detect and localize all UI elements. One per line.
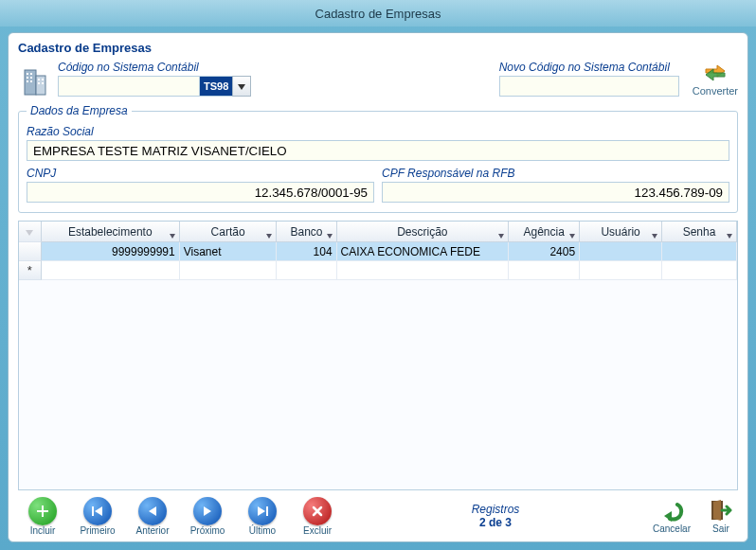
cell-senha[interactable] [662, 242, 737, 261]
cell-agencia[interactable]: 2405 [509, 242, 580, 261]
excluir-button[interactable]: Excluir [297, 497, 338, 536]
anterior-button[interactable]: Anterior [132, 497, 173, 536]
converter-label: Converter [693, 85, 738, 97]
svg-marker-25 [258, 506, 265, 516]
cell-empty[interactable] [580, 261, 662, 280]
cell-empty[interactable] [180, 261, 278, 280]
bottom-bar: Incluir Primeiro Anterior [16, 490, 740, 538]
col-header-senha[interactable]: Senha [662, 222, 737, 242]
previous-icon [138, 497, 167, 525]
sort-icon [652, 229, 657, 242]
codigo-label: Código no Sistema Contábil [58, 61, 251, 74]
col-header-agencia[interactable]: Agência [509, 222, 580, 242]
cnpj-cpf-row: CNPJ CPF Responsável na RFB [27, 167, 729, 203]
client-area: Cadastro de Empresas Código no Sistema C… [8, 32, 748, 542]
svg-marker-27 [664, 511, 672, 522]
dados-fieldset: Dados da Empresa Razão Social CNPJ CPF R… [18, 104, 738, 213]
svg-marker-18 [569, 234, 575, 239]
registros-display: Registros 2 de 3 [338, 503, 653, 529]
sair-button[interactable]: Sair [708, 499, 734, 534]
col-header-estabelecimento[interactable]: Estabelecimento [42, 222, 180, 242]
svg-marker-16 [327, 234, 333, 239]
converter-button[interactable]: Converter [693, 62, 738, 97]
cell-empty[interactable] [662, 261, 737, 280]
col-header-cartao[interactable]: Cartão [180, 222, 278, 242]
triangle-down-icon [26, 225, 33, 239]
razao-label: Razão Social [27, 125, 729, 138]
novo-codigo-input[interactable] [499, 76, 679, 97]
svg-marker-12 [238, 84, 245, 90]
cell-empty[interactable] [42, 261, 180, 280]
sort-icon [498, 229, 504, 242]
col-header-label: Senha [683, 225, 716, 239]
next-icon [193, 497, 222, 525]
cell-empty[interactable] [337, 261, 510, 280]
svg-rect-4 [27, 77, 28, 79]
svg-rect-26 [266, 506, 268, 516]
codigo-badge: TS98 [200, 76, 232, 97]
grid-corner-cell[interactable] [19, 222, 42, 242]
primeiro-button[interactable]: Primeiro [77, 497, 118, 536]
cpf-input[interactable] [382, 182, 729, 203]
table-new-row[interactable]: * [19, 261, 737, 280]
svg-marker-24 [204, 506, 211, 516]
window-titlebar: Cadastro de Empresas [0, 0, 756, 27]
chevron-down-icon [238, 80, 245, 93]
last-icon [248, 497, 277, 525]
cancelar-button[interactable]: Cancelar [653, 499, 691, 534]
converter-arrows-icon [703, 62, 728, 85]
col-header-label: Usuário [601, 225, 639, 239]
ultimo-button[interactable]: Último [242, 497, 283, 536]
registros-count: 2 de 3 [338, 516, 653, 529]
cpf-col: CPF Responsável na RFB [382, 167, 729, 203]
col-header-banco[interactable]: Banco [277, 222, 336, 242]
sort-icon [327, 229, 333, 242]
nav-label: Próximo [190, 525, 225, 536]
cell-estabelecimento[interactable]: 9999999991 [42, 242, 180, 261]
col-header-usuario[interactable]: Usuário [580, 222, 662, 242]
svg-marker-29 [713, 500, 721, 521]
svg-rect-7 [30, 80, 32, 82]
codigo-input[interactable] [58, 76, 200, 97]
registros-label: Registros [338, 503, 653, 516]
col-header-label: Banco [290, 225, 322, 239]
new-row-marker[interactable]: * [19, 261, 42, 280]
col-header-descricao[interactable]: Descrição [337, 222, 510, 242]
svg-marker-22 [95, 506, 102, 516]
incluir-button[interactable]: Incluir [22, 497, 63, 536]
delete-x-icon [303, 497, 332, 525]
asterisk-icon: * [27, 264, 32, 276]
cell-descricao[interactable]: CAIXA ECONOMICA FEDE [337, 242, 510, 261]
cell-empty[interactable] [509, 261, 580, 280]
sort-icon [727, 229, 732, 242]
app-window: Cadastro de Empresas Cadastro de Empresa… [0, 0, 756, 550]
cnpj-input[interactable] [27, 182, 374, 203]
nav-label: Incluir [30, 525, 56, 536]
company-building-icon [18, 62, 52, 97]
cell-usuario[interactable] [580, 242, 662, 261]
table-row[interactable]: 9999999991 Visanet 104 CAIXA ECONOMICA F… [19, 242, 737, 261]
cell-empty[interactable] [277, 261, 336, 280]
action-label: Sair [712, 523, 729, 534]
cell-banco[interactable]: 104 [277, 242, 336, 261]
svg-rect-9 [42, 79, 44, 80]
exit-door-icon [708, 499, 734, 523]
window-title: Cadastro de Empresas [315, 7, 441, 21]
razao-social-input[interactable] [27, 140, 729, 161]
codigo-dropdown-button[interactable] [232, 76, 251, 97]
grid-body: 9999999991 Visanet 104 CAIXA ECONOMICA F… [19, 242, 737, 489]
dados-legend: Dados da Empresa [27, 104, 132, 117]
cnpj-label: CNPJ [27, 167, 374, 180]
row-selector[interactable] [19, 242, 42, 261]
svg-marker-23 [149, 506, 156, 516]
sort-icon [266, 229, 272, 242]
svg-marker-14 [170, 234, 175, 239]
svg-marker-15 [266, 234, 272, 239]
novo-codigo-field-block: Novo Código no Sistema Contábil [499, 61, 679, 97]
svg-rect-2 [27, 73, 28, 75]
proximo-button[interactable]: Próximo [187, 497, 228, 536]
col-header-label: Descrição [397, 225, 447, 239]
nav-label: Anterior [135, 525, 169, 536]
action-label: Cancelar [653, 523, 691, 534]
cell-cartao[interactable]: Visanet [180, 242, 278, 261]
